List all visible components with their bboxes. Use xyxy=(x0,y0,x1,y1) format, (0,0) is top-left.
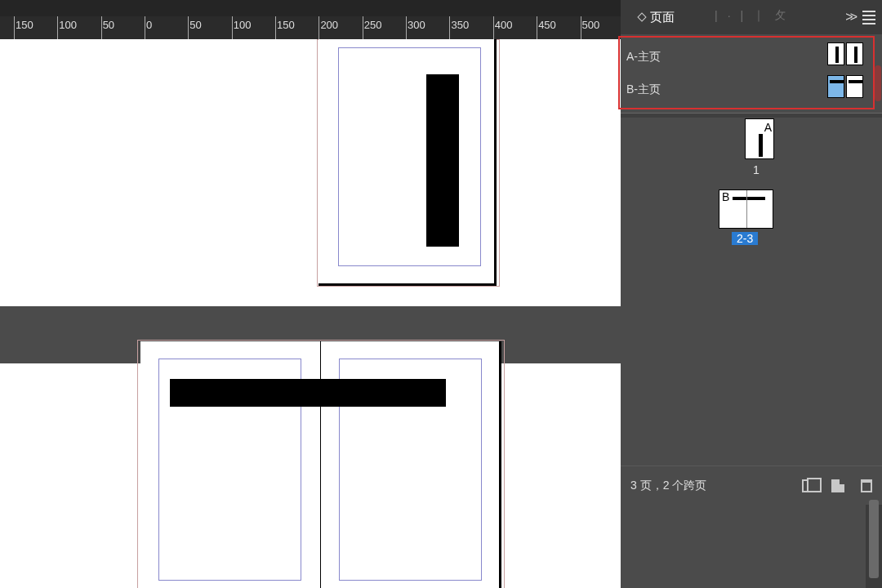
page-1-thumb-content xyxy=(759,134,763,157)
app-scrollbar[interactable] xyxy=(869,500,879,578)
ruler-tick xyxy=(581,16,581,39)
pages-status-text: 3 页，2 个跨页 xyxy=(630,479,706,493)
master-b-thumbs xyxy=(827,75,863,98)
ruler-label: 450 xyxy=(538,19,556,31)
panel-right-controls: >> xyxy=(845,0,875,34)
ruler-tick xyxy=(406,16,407,39)
spread-black-rectangle[interactable] xyxy=(170,379,446,407)
edit-page-size-icon[interactable] xyxy=(802,479,815,492)
new-page-icon[interactable] xyxy=(831,479,844,492)
horizontal-ruler[interactable]: 1501005005010015020025030035040045050055… xyxy=(0,0,621,39)
masters-pages-separator[interactable] xyxy=(621,113,882,118)
page-1-black-rectangle[interactable] xyxy=(426,74,459,247)
panel-menu-icon[interactable] xyxy=(862,11,875,24)
page-2-3-label[interactable]: 2-3 xyxy=(732,232,758,245)
ruler-label: 400 xyxy=(495,19,513,31)
page-1-master-letter: A xyxy=(764,121,772,134)
ruler-label: 500 xyxy=(582,19,600,31)
ruler-tick xyxy=(363,16,363,39)
ruler-label: 100 xyxy=(234,19,252,31)
ruler-tick xyxy=(449,16,450,39)
masters-region-highlight: A-主页 B-主页 xyxy=(618,36,875,109)
spread-thumb-spine xyxy=(746,190,747,228)
master-b-thumb-left[interactable] xyxy=(827,75,844,98)
dimmed-tab-controls: |·|｜攵 xyxy=(715,8,786,23)
master-page-a[interactable]: A-主页 xyxy=(620,41,873,74)
master-a-thumbs xyxy=(827,42,863,65)
ruler-label: 150 xyxy=(16,19,33,31)
master-b-label: B-主页 xyxy=(626,82,661,97)
ruler-label: 50 xyxy=(103,19,114,31)
ruler-label: 0 xyxy=(146,19,152,31)
ruler-tick xyxy=(101,16,102,39)
spread-thumb-content xyxy=(733,197,765,200)
master-a-thumb-left[interactable] xyxy=(827,42,844,65)
collapse-panels-icon[interactable]: >> xyxy=(845,10,854,24)
page-1[interactable] xyxy=(318,39,497,286)
ruler-label: 350 xyxy=(451,19,469,31)
spread-2-3[interactable] xyxy=(140,341,501,588)
ruler-label: 300 xyxy=(408,19,425,31)
footer-icons xyxy=(802,479,872,492)
master-b-thumb-right[interactable] xyxy=(846,75,863,98)
ruler-tick xyxy=(537,16,537,39)
ruler-tick xyxy=(14,16,15,39)
master-a-thumb-right[interactable] xyxy=(846,42,863,65)
page-1-label[interactable]: 1 xyxy=(753,163,760,176)
ruler-tick xyxy=(275,16,276,39)
ruler-label: 100 xyxy=(59,19,77,31)
pages-panel-footer: 3 页，2 个跨页 xyxy=(621,466,882,505)
ruler-tick xyxy=(188,16,189,39)
ruler-label: 200 xyxy=(320,19,338,31)
master-a-label: A-主页 xyxy=(626,50,661,65)
pages-panel-tab[interactable]: 页面 xyxy=(630,5,683,30)
ruler-label: 150 xyxy=(277,19,295,31)
ruler-tick xyxy=(493,16,494,39)
delete-page-icon[interactable] xyxy=(861,479,872,492)
document-canvas[interactable] xyxy=(0,39,621,588)
page-2-master-letter: B xyxy=(722,190,729,203)
diamond-icon xyxy=(637,12,646,21)
pages-panel-tab-label: 页面 xyxy=(650,10,675,25)
page-thumb-1[interactable]: A xyxy=(745,118,774,159)
page-thumb-2-3[interactable]: B xyxy=(719,189,773,229)
master-page-b[interactable]: B-主页 xyxy=(620,74,873,106)
ruler-tick xyxy=(57,16,58,39)
ruler-label: 50 xyxy=(189,19,201,31)
masters-scrollbar[interactable] xyxy=(875,65,881,101)
ruler-tick xyxy=(318,16,319,39)
ruler-label: 250 xyxy=(364,19,382,31)
ruler-tick xyxy=(145,16,145,39)
ruler-tick xyxy=(232,16,233,39)
pages-panel: A-主页 B-主页 A 1 B 2-3 xyxy=(621,34,882,505)
